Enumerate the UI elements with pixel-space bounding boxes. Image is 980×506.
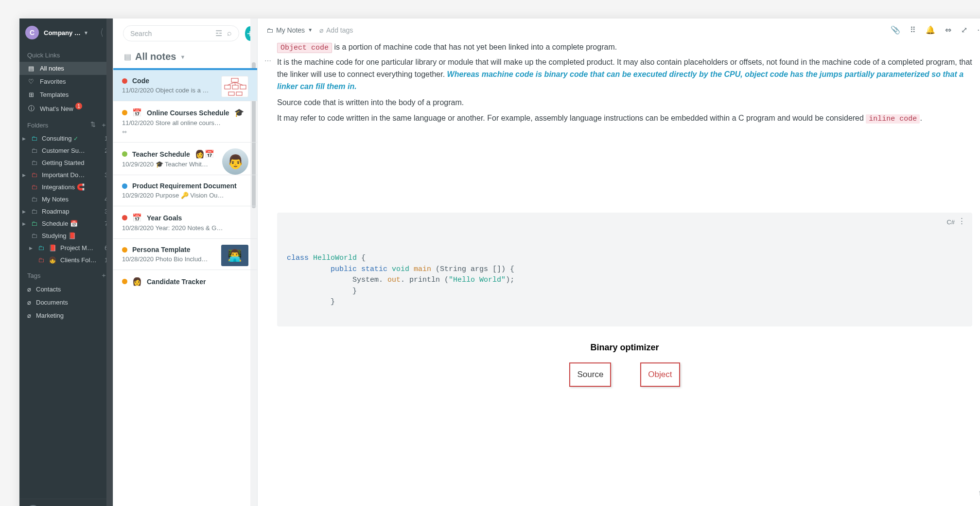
nav-label: Templates [40, 91, 69, 98]
note-preview: Year: 2020 Notes & Goals Janu… [155, 224, 224, 232]
folder-label: Consulting ✓ [42, 135, 101, 142]
sort-icon[interactable]: ⇅ [90, 121, 96, 129]
note-card[interactable]: 📅 Year Goals 10/28/2020 Year: 2020 Notes… [113, 206, 257, 238]
breadcrumb[interactable]: 🗀 My Notes ▼ [266, 26, 313, 34]
note-preview: Purpose 🔑 Vision Our produc… [156, 192, 224, 199]
emoji-icon: 📅 [132, 213, 142, 222]
folder-label: Roadmap [42, 208, 101, 215]
workspace-switcher[interactable]: C Company Sh… ▼ 〈 [19, 18, 113, 47]
editor-body[interactable]: ⋯ Object code is a portion of machine co… [258, 39, 980, 406]
quick-links-header: Quick Links [19, 47, 113, 62]
nav-whats-new[interactable]: ⓘ What's New 1 [19, 101, 113, 116]
templates-icon: ⊞ [27, 91, 35, 98]
badge-count: 1 [75, 103, 82, 109]
nav-all-notes[interactable]: ▤ All notes [19, 62, 113, 75]
heart-icon: ♡ [27, 78, 35, 85]
filter-icon[interactable]: ☲ [215, 29, 222, 38]
search-input[interactable] [130, 30, 215, 37]
note-icon: ▤ [124, 52, 131, 61]
folder-icon: 🗀 [266, 26, 273, 34]
search-icon[interactable]: ⌕ [227, 29, 232, 38]
tag-item[interactable]: ⌀Contacts [19, 283, 113, 296]
folder-item[interactable]: ▶ 🗀 👧 Clients Fol… 1 [19, 254, 113, 266]
account-switcher[interactable]: L John Doe ▼ Personal [19, 499, 113, 506]
folder-label: Getting Started [42, 159, 104, 166]
tag-icon: ⌀ [27, 312, 31, 319]
sidebar: C Company Sh… ▼ 〈 Quick Links ▤ All note… [19, 18, 113, 506]
note-preview: Photo Bio Includ… [156, 255, 208, 263]
code-token: "Hello World" [449, 276, 506, 284]
note-title: Code [132, 77, 149, 85]
add-tags-label: Add tags [326, 26, 353, 34]
svg-line-8 [235, 82, 243, 85]
folder-item[interactable]: ▶ 🗀 Integrations 🧲 [19, 181, 113, 193]
share-icon[interactable]: ⇔ [945, 25, 951, 35]
chevron-down-icon[interactable]: ▼ [180, 54, 185, 60]
emoji-icon: 👧 [49, 256, 56, 264]
color-dot [122, 215, 127, 220]
folder-item[interactable]: ▶ 🗀 Schedule 📅 7 [19, 217, 113, 230]
tag-icon: ⌀ [319, 26, 323, 34]
svg-rect-5 [236, 92, 242, 95]
paragraph-text: . [920, 114, 922, 122]
apps-icon[interactable]: ⠿ [910, 25, 916, 35]
folder-item[interactable]: ▶ 🗀 My Notes 4 [19, 193, 113, 205]
expand-icon[interactable]: ⤢ [961, 25, 967, 35]
editor-panel: 🗀 My Notes ▼ ⌀ Add tags 📎 ⠿ 🔔 ⇔ ⤢ ⋯ ⋯ Ob… [258, 18, 980, 506]
color-dot [122, 78, 127, 84]
folder-item[interactable]: ▶ 🗀 📕 Project M… 6 [19, 242, 113, 254]
inline-code: Object code [277, 43, 332, 53]
editor-float-actions: ↑ ☺ [978, 488, 980, 506]
folder-item[interactable]: ▶ 🗀 Studying 📕 [19, 230, 113, 242]
code-more-icon[interactable]: ⋮ [958, 217, 965, 228]
folder-item[interactable]: ▶ 🗀 Important Do… 3 [19, 169, 113, 181]
folder-item[interactable]: ▶ 🗀 Roadmap 3 [19, 205, 113, 217]
color-dot [122, 183, 127, 189]
note-card[interactable]: Teacher Schedule 👩📅 10/29/2020 🎓 Teacher… [113, 142, 257, 175]
note-card[interactable]: 📅 Online Courses Schedule 🎓 11/02/2020 S… [113, 101, 257, 142]
nav-label: What's New [40, 105, 73, 112]
note-date: 10/29/2020 [122, 192, 154, 199]
back-arrow-icon[interactable]: 〈 [95, 26, 105, 39]
more-icon[interactable]: ⋯ [977, 25, 980, 35]
attachment-icon[interactable]: 📎 [891, 25, 900, 35]
tag-item[interactable]: ⌀Marketing [19, 309, 113, 322]
code-token: . println ( [401, 276, 449, 284]
color-dot [122, 110, 127, 115]
code-lang-label[interactable]: C# [946, 217, 955, 227]
code-token: { [361, 254, 366, 262]
tag-item[interactable]: ⌀Documents [19, 296, 113, 309]
search-box[interactable]: ☲ ⌕ [123, 25, 239, 41]
nav-favorites[interactable]: ♡ Favorites [19, 75, 113, 88]
note-title: Teacher Schedule [132, 150, 190, 158]
emoji-icon[interactable]: ☺ [978, 504, 980, 506]
folder-item[interactable]: ▶ 🗀 Getting Started [19, 157, 113, 169]
emoji-icon: 📅 [132, 108, 142, 117]
add-tags[interactable]: ⌀ Add tags [319, 26, 353, 34]
tags-title: Tags [27, 272, 40, 279]
note-card[interactable]: Code 11/02/2020 Object code is a … [113, 68, 257, 101]
folder-icon: 🗀 [31, 232, 38, 239]
note-preview: 🎓 Teacher Whit… [156, 161, 208, 168]
note-card[interactable]: 👩 Candidate Tracker [113, 270, 257, 295]
chevron-right-icon: ▶ [22, 209, 27, 214]
diagram: Binary optimizer Source Object [277, 341, 972, 387]
folder-label: My Notes [42, 196, 101, 203]
bell-icon[interactable]: 🔔 [926, 25, 935, 35]
svg-rect-2 [232, 85, 238, 89]
note-card[interactable]: Persona Template 10/28/2020 Photo Bio In… [113, 238, 257, 270]
svg-line-7 [235, 82, 235, 85]
scroll-top-icon[interactable]: ↑ [978, 488, 980, 497]
nav-templates[interactable]: ⊞ Templates [19, 88, 113, 101]
folder-item[interactable]: ▶ 🗀 Consulting ✓ 1 [19, 132, 113, 145]
chevron-down-icon: ▼ [308, 27, 313, 33]
code-block[interactable]: C# ⋮ class HelloWorld { public static vo… [277, 213, 972, 327]
sidebar-scrollbar[interactable] [106, 18, 113, 506]
editor-toolbar: 🗀 My Notes ▼ ⌀ Add tags 📎 ⠿ 🔔 ⇔ ⤢ ⋯ [258, 18, 980, 39]
folder-item[interactable]: ▶ 🗀 Customer Su… 2 [19, 145, 113, 157]
folder-label: Clients Fol… [60, 256, 101, 264]
code-token: (String args []) { [436, 265, 514, 273]
drag-handle-icon[interactable]: ⋯ [264, 56, 272, 67]
note-card[interactable]: Product Requirement Document 10/29/2020 … [113, 175, 257, 206]
chevron-right-icon: ▶ [22, 173, 27, 178]
